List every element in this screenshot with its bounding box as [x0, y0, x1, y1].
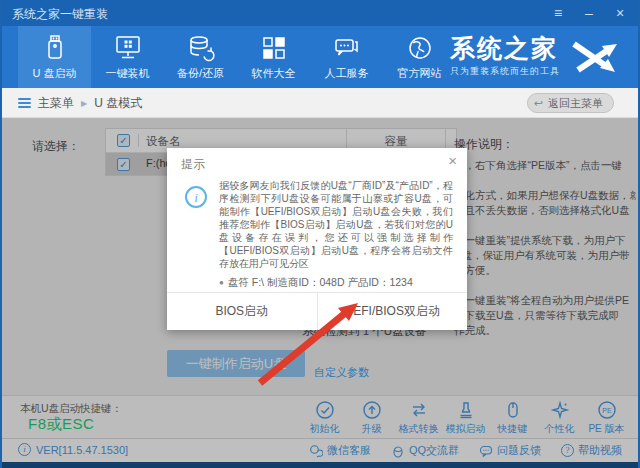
bullet-dot: ●: [219, 278, 224, 287]
chevron-right-icon: ▶: [81, 99, 87, 108]
window-controls: ≡ – ×: [550, 4, 628, 22]
install-monitor-icon: [113, 33, 143, 63]
software-grid-icon: [259, 33, 289, 63]
nav-item-software[interactable]: 软件大全: [237, 26, 310, 88]
breadcrumb-root[interactable]: 主菜单: [38, 95, 74, 112]
nav-label: 软件大全: [252, 66, 296, 81]
close-icon[interactable]: ×: [612, 4, 628, 22]
dialog-title: 提示: [181, 156, 205, 173]
nav-item-usb-boot[interactable]: U 盘启动: [18, 26, 91, 88]
nav-item-backup-restore[interactable]: 备份/还原: [164, 26, 237, 88]
breadcrumb-current: U 盘模式: [94, 95, 142, 112]
minimize-icon[interactable]: –: [581, 4, 597, 22]
nav-items: U 盘启动 一键装机 备份/还原: [18, 26, 456, 88]
device-id-bullet: ●盘符 F:\ 制造商ID：048D 产品ID：1234: [219, 276, 413, 290]
annotation-arrow: [232, 295, 372, 395]
brand-logo: 系统之家 只为重装系统而生的工具: [450, 34, 622, 78]
nav-label: 官方网站: [398, 66, 442, 81]
title-bar: 系统之家一键重装 ≡ – ×: [2, 0, 638, 26]
app-window: 系统之家一键重装 ≡ – × U 盘启动: [0, 0, 640, 468]
nav-label: 备份/还原: [177, 66, 224, 81]
nav-label: 一键装机: [106, 66, 150, 81]
return-main-menu-button[interactable]: ↩ 返回主菜单: [527, 93, 614, 113]
brand-tagline: 只为重装系统而生的工具: [450, 65, 560, 78]
return-label: 返回主菜单: [548, 96, 603, 111]
nav-item-official-site[interactable]: 官方网站: [383, 26, 456, 88]
usb-drive-icon: [40, 33, 70, 63]
breadcrumb: 主菜单 ▶ U 盘模式: [18, 88, 142, 118]
window-bottom-border: [2, 462, 638, 468]
breadcrumb-bar: 主菜单 ▶ U 盘模式 ↩ 返回主菜单: [2, 88, 638, 118]
nav-item-manual-service[interactable]: 人工服务: [310, 26, 383, 88]
backup-database-icon: [186, 33, 216, 63]
brand-swoosh-icon: [566, 34, 622, 78]
nav-item-one-click-install[interactable]: 一键装机: [91, 26, 164, 88]
window-title: 系统之家一键重装: [12, 6, 108, 23]
top-nav: U 盘启动 一键装机 备份/还原: [2, 26, 638, 88]
website-globe-icon: [405, 33, 435, 63]
service-chat-icon: [332, 33, 362, 63]
nav-label: 人工服务: [325, 66, 369, 81]
nav-label: U 盘启动: [33, 66, 77, 81]
menu-icon[interactable]: ≡: [550, 4, 566, 22]
brand-name: 系统之家: [450, 34, 560, 62]
dialog-message: 据较多网友向我们反馈的U盘“厂商ID”及“产品ID”，程序检测到下列U盘设备可能…: [219, 179, 453, 270]
device-id-text: 盘符 F:\ 制造商ID：048D 产品ID：1234: [228, 276, 413, 288]
dialog-close-icon[interactable]: ×: [448, 152, 457, 169]
return-arrow-icon: ↩: [534, 97, 543, 110]
list-icon: [18, 98, 31, 108]
info-icon: i: [185, 186, 207, 208]
